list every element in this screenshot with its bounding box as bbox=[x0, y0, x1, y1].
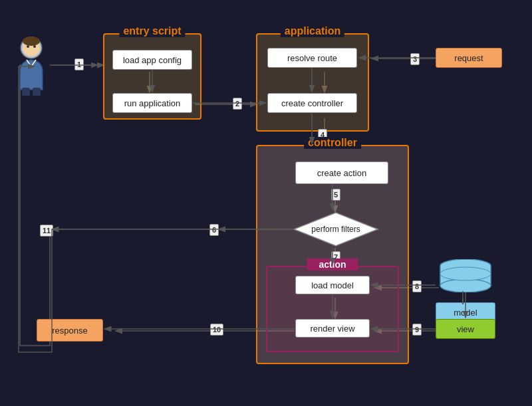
action-label: action bbox=[307, 258, 358, 270]
badge-11: 11 bbox=[40, 225, 53, 237]
svg-point-15 bbox=[23, 37, 40, 46]
badge-2: 2 bbox=[233, 98, 242, 110]
render-view-box: render view bbox=[295, 319, 370, 338]
create-controller-box: create controller bbox=[267, 93, 357, 113]
badge-5: 5 bbox=[331, 189, 340, 201]
svg-point-16 bbox=[27, 45, 29, 48]
svg-point-27 bbox=[440, 267, 491, 280]
diagram-container: 1 entry script load app config run appli… bbox=[0, 0, 532, 406]
application-label: application bbox=[281, 25, 344, 37]
avatar bbox=[13, 33, 50, 96]
entry-script-label: entry script bbox=[119, 25, 185, 37]
badge-10: 10 bbox=[210, 324, 223, 336]
badge-9: 9 bbox=[412, 324, 422, 336]
create-action-box: create action bbox=[295, 161, 388, 184]
perform-filters-diamond: perform filters bbox=[293, 211, 379, 248]
view-box: view bbox=[436, 319, 495, 339]
badge-1: 1 bbox=[74, 58, 84, 70]
badge-3: 3 bbox=[410, 53, 420, 65]
request-box: request bbox=[436, 48, 502, 68]
resolve-route-box: resolve route bbox=[267, 48, 357, 68]
load-model-box: load model bbox=[295, 276, 370, 294]
svg-rect-19 bbox=[33, 88, 41, 96]
svg-rect-18 bbox=[22, 88, 30, 96]
db-to-model-line bbox=[462, 291, 464, 304]
run-application-box: run application bbox=[112, 93, 192, 113]
model-area bbox=[436, 259, 495, 294]
svg-point-17 bbox=[33, 45, 36, 48]
svg-point-26 bbox=[440, 279, 491, 292]
badge-6: 6 bbox=[209, 224, 219, 236]
load-app-config-box: load app config bbox=[112, 50, 192, 70]
response-box: response bbox=[37, 319, 103, 342]
svg-text:perform filters: perform filters bbox=[311, 225, 360, 234]
controller-label: controller bbox=[304, 137, 361, 149]
badge-8: 8 bbox=[412, 280, 422, 292]
